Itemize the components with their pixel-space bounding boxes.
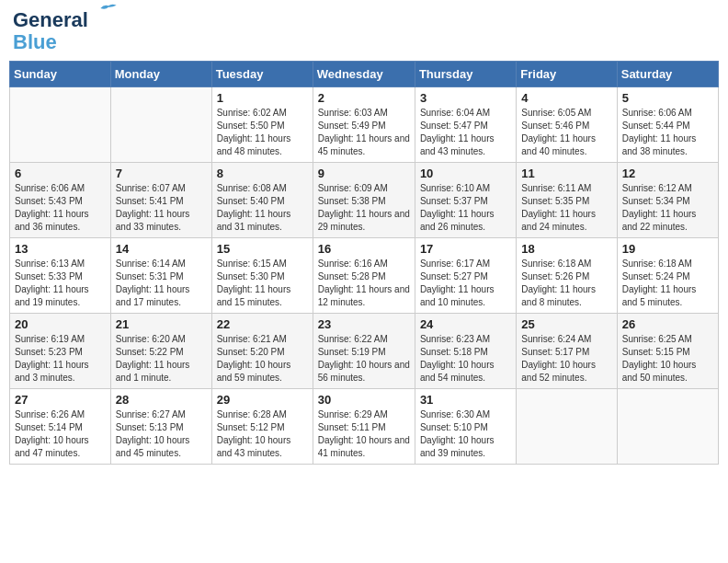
calendar-cell: 2Sunrise: 6:03 AM Sunset: 5:49 PM Daylig… (313, 87, 415, 163)
day-header-sunday: Sunday (10, 62, 111, 87)
calendar-cell (10, 87, 111, 163)
calendar-week-row: 1Sunrise: 6:02 AM Sunset: 5:50 PM Daylig… (10, 87, 719, 163)
day-info: Sunrise: 6:11 AM Sunset: 5:35 PM Dayligh… (521, 182, 611, 234)
day-info: Sunrise: 6:17 AM Sunset: 5:27 PM Dayligh… (420, 258, 511, 309)
calendar-cell: 27Sunrise: 6:26 AM Sunset: 5:14 PM Dayli… (10, 389, 111, 465)
calendar-week-row: 20Sunrise: 6:19 AM Sunset: 5:23 PM Dayli… (10, 314, 719, 389)
calendar-cell: 31Sunrise: 6:30 AM Sunset: 5:10 PM Dayli… (415, 389, 516, 465)
calendar-cell: 18Sunrise: 6:18 AM Sunset: 5:26 PM Dayli… (517, 238, 617, 314)
day-number: 6 (15, 167, 106, 180)
calendar-table: SundayMondayTuesdayWednesdayThursdayFrid… (9, 61, 719, 465)
calendar-cell: 8Sunrise: 6:08 AM Sunset: 5:40 PM Daylig… (211, 163, 313, 238)
calendar-cell: 1Sunrise: 6:02 AM Sunset: 5:50 PM Daylig… (211, 87, 313, 163)
logo-text: GeneralBlue (13, 8, 88, 53)
day-header-saturday: Saturday (617, 62, 718, 87)
day-info: Sunrise: 6:24 AM Sunset: 5:17 PM Dayligh… (521, 333, 611, 385)
day-number: 25 (521, 317, 611, 331)
day-info: Sunrise: 6:20 AM Sunset: 5:22 PM Dayligh… (116, 333, 207, 385)
day-number: 26 (622, 317, 713, 331)
day-number: 9 (318, 167, 410, 180)
day-number: 3 (420, 91, 511, 105)
day-info: Sunrise: 6:15 AM Sunset: 5:30 PM Dayligh… (217, 258, 308, 309)
day-info: Sunrise: 6:07 AM Sunset: 5:41 PM Dayligh… (116, 182, 207, 234)
day-number: 11 (521, 167, 611, 180)
day-info: Sunrise: 6:06 AM Sunset: 5:44 PM Dayligh… (622, 107, 713, 158)
day-info: Sunrise: 6:09 AM Sunset: 5:38 PM Dayligh… (318, 182, 410, 234)
calendar-cell: 28Sunrise: 6:27 AM Sunset: 5:13 PM Dayli… (110, 389, 211, 465)
day-info: Sunrise: 6:05 AM Sunset: 5:46 PM Dayligh… (521, 107, 611, 158)
day-info: Sunrise: 6:25 AM Sunset: 5:15 PM Dayligh… (622, 333, 713, 385)
calendar-week-row: 27Sunrise: 6:26 AM Sunset: 5:14 PM Dayli… (10, 389, 719, 465)
day-info: Sunrise: 6:02 AM Sunset: 5:50 PM Dayligh… (217, 107, 308, 158)
day-number: 28 (116, 393, 207, 407)
calendar-cell: 19Sunrise: 6:18 AM Sunset: 5:24 PM Dayli… (617, 238, 718, 314)
day-info: Sunrise: 6:21 AM Sunset: 5:20 PM Dayligh… (217, 333, 308, 385)
day-number: 19 (622, 242, 713, 256)
day-number: 1 (217, 91, 308, 105)
calendar-cell: 17Sunrise: 6:17 AM Sunset: 5:27 PM Dayli… (415, 238, 516, 314)
day-number: 31 (420, 393, 511, 407)
calendar-cell: 24Sunrise: 6:23 AM Sunset: 5:18 PM Dayli… (415, 314, 516, 389)
calendar-week-row: 13Sunrise: 6:13 AM Sunset: 5:33 PM Dayli… (10, 238, 719, 314)
day-info: Sunrise: 6:04 AM Sunset: 5:47 PM Dayligh… (420, 107, 511, 158)
day-info: Sunrise: 6:27 AM Sunset: 5:13 PM Dayligh… (116, 408, 207, 460)
day-number: 12 (622, 167, 713, 180)
day-number: 30 (318, 393, 410, 407)
calendar-cell (617, 389, 718, 465)
day-info: Sunrise: 6:30 AM Sunset: 5:10 PM Dayligh… (420, 408, 511, 460)
day-number: 20 (15, 317, 106, 331)
day-number: 22 (217, 317, 308, 331)
day-number: 23 (318, 317, 410, 331)
day-info: Sunrise: 6:22 AM Sunset: 5:19 PM Dayligh… (318, 333, 410, 385)
day-number: 17 (420, 242, 511, 256)
calendar-cell (110, 87, 211, 163)
day-number: 29 (217, 393, 308, 407)
day-info: Sunrise: 6:23 AM Sunset: 5:18 PM Dayligh… (420, 333, 511, 385)
calendar-cell: 11Sunrise: 6:11 AM Sunset: 5:35 PM Dayli… (517, 163, 617, 238)
calendar-cell: 23Sunrise: 6:22 AM Sunset: 5:19 PM Dayli… (313, 314, 415, 389)
day-header-tuesday: Tuesday (211, 62, 313, 87)
day-number: 14 (116, 242, 207, 256)
calendar-cell: 6Sunrise: 6:06 AM Sunset: 5:43 PM Daylig… (10, 163, 111, 238)
day-info: Sunrise: 6:08 AM Sunset: 5:40 PM Dayligh… (217, 182, 308, 234)
calendar-week-row: 6Sunrise: 6:06 AM Sunset: 5:43 PM Daylig… (10, 163, 719, 238)
day-info: Sunrise: 6:19 AM Sunset: 5:23 PM Dayligh… (15, 333, 106, 385)
day-info: Sunrise: 6:14 AM Sunset: 5:31 PM Dayligh… (116, 258, 207, 309)
day-info: Sunrise: 6:13 AM Sunset: 5:33 PM Dayligh… (15, 258, 106, 309)
calendar-header-row: SundayMondayTuesdayWednesdayThursdayFrid… (10, 62, 719, 87)
day-number: 7 (116, 167, 207, 180)
day-info: Sunrise: 6:29 AM Sunset: 5:11 PM Dayligh… (318, 408, 410, 460)
day-info: Sunrise: 6:18 AM Sunset: 5:24 PM Dayligh… (622, 258, 713, 309)
day-info: Sunrise: 6:06 AM Sunset: 5:43 PM Dayligh… (15, 182, 106, 234)
day-number: 27 (15, 393, 106, 407)
day-number: 4 (521, 91, 611, 105)
calendar-cell: 26Sunrise: 6:25 AM Sunset: 5:15 PM Dayli… (617, 314, 718, 389)
day-header-thursday: Thursday (415, 62, 516, 87)
calendar-cell: 22Sunrise: 6:21 AM Sunset: 5:20 PM Dayli… (211, 314, 313, 389)
day-number: 5 (622, 91, 713, 105)
calendar-cell: 20Sunrise: 6:19 AM Sunset: 5:23 PM Dayli… (10, 314, 111, 389)
day-header-wednesday: Wednesday (313, 62, 415, 87)
day-info: Sunrise: 6:16 AM Sunset: 5:28 PM Dayligh… (318, 258, 410, 309)
day-number: 10 (420, 167, 511, 180)
logo-blue-text: Blue (13, 30, 57, 53)
calendar-cell: 13Sunrise: 6:13 AM Sunset: 5:33 PM Dayli… (10, 238, 111, 314)
day-number: 18 (521, 242, 611, 256)
calendar-cell: 15Sunrise: 6:15 AM Sunset: 5:30 PM Dayli… (211, 238, 313, 314)
day-info: Sunrise: 6:12 AM Sunset: 5:34 PM Dayligh… (622, 182, 713, 234)
day-number: 8 (217, 167, 308, 180)
day-number: 24 (420, 317, 511, 331)
day-info: Sunrise: 6:10 AM Sunset: 5:37 PM Dayligh… (420, 182, 511, 234)
calendar-cell: 29Sunrise: 6:28 AM Sunset: 5:12 PM Dayli… (211, 389, 313, 465)
day-number: 16 (318, 242, 410, 256)
day-info: Sunrise: 6:26 AM Sunset: 5:14 PM Dayligh… (15, 408, 106, 460)
calendar-cell: 21Sunrise: 6:20 AM Sunset: 5:22 PM Dayli… (110, 314, 211, 389)
day-number: 2 (318, 91, 410, 105)
logo: GeneralBlue (13, 9, 88, 53)
calendar-cell: 10Sunrise: 6:10 AM Sunset: 5:37 PM Dayli… (415, 163, 516, 238)
page-header: GeneralBlue (9, 9, 719, 53)
calendar-cell: 14Sunrise: 6:14 AM Sunset: 5:31 PM Dayli… (110, 238, 211, 314)
calendar-cell: 7Sunrise: 6:07 AM Sunset: 5:41 PM Daylig… (110, 163, 211, 238)
calendar-cell: 3Sunrise: 6:04 AM Sunset: 5:47 PM Daylig… (415, 87, 516, 163)
calendar-cell: 30Sunrise: 6:29 AM Sunset: 5:11 PM Dayli… (313, 389, 415, 465)
